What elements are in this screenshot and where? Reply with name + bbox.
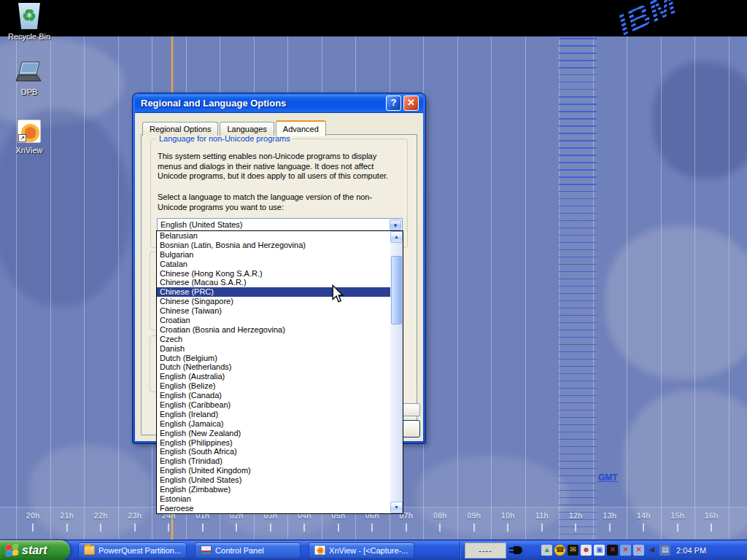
modem-disconnected-icon[interactable]: ✕ — [633, 545, 644, 556]
language-option[interactable]: English (Australia) — [157, 372, 390, 381]
toolbar-separator — [460, 542, 460, 559]
tab[interactable]: Advanced — [276, 120, 326, 136]
tick-mark — [711, 524, 712, 532]
language-option[interactable]: English (South Africa) — [157, 447, 390, 456]
timezone-line — [694, 36, 695, 540]
timezone-line — [84, 36, 85, 540]
window-button-label: XnView - [<Capture-... — [329, 546, 408, 555]
language-option[interactable]: English (United States) — [157, 475, 390, 485]
language-option[interactable]: Chinese (Taiwan) — [157, 306, 390, 316]
hour-label: 04h — [287, 511, 322, 532]
power-plug-icon[interactable] — [514, 546, 522, 554]
language-option[interactable]: Dutch (Belgium) — [157, 354, 390, 363]
language-option[interactable]: Chinese (PRC) — [157, 287, 390, 297]
scroll-down-icon[interactable]: ▼ — [390, 502, 403, 513]
language-option[interactable]: Bulgarian — [157, 250, 390, 260]
language-option[interactable]: English (New Zealand) — [157, 429, 390, 438]
language-option[interactable]: Faeroese — [157, 504, 390, 513]
language-option[interactable]: Croatian — [157, 316, 390, 325]
window-button-label: Control Panel — [215, 546, 264, 555]
scrollbar-thumb[interactable] — [391, 256, 402, 324]
taskbar-window-button[interactable]: XnView - [<Capture-... — [309, 542, 414, 559]
taskbar-window-button[interactable]: Control Panel — [195, 542, 301, 559]
hour-label: 08h — [423, 511, 457, 532]
start-button[interactable]: start — [0, 540, 70, 560]
language-option[interactable]: Chinese (Singapore) — [157, 297, 390, 306]
language-option[interactable]: English (Belize) — [157, 381, 390, 391]
recycle-bin-icon[interactable]: ♻ Recycle Bin — [1, 3, 57, 41]
language-option[interactable]: Chinese (Macau S.A.R.) — [157, 278, 390, 287]
language-option[interactable]: Croatian (Bosnia and Herzegovina) — [157, 325, 390, 335]
tick-mark — [439, 524, 441, 532]
language-option[interactable]: English (Ireland) — [157, 410, 390, 419]
tick-mark — [338, 524, 339, 532]
deskband[interactable]: ---- — [465, 542, 506, 559]
language-option[interactable]: Czech — [157, 335, 390, 344]
language-option[interactable]: Dutch (Netherlands) — [157, 362, 390, 372]
hour-label: 16h — [694, 511, 729, 532]
no-network-icon[interactable]: ✕ — [607, 545, 618, 556]
mouse-cursor — [331, 284, 344, 303]
hour-label: 14h — [627, 511, 661, 532]
volume-icon[interactable]: ◀ — [646, 545, 657, 556]
safely-remove-icon[interactable]: ▲ — [541, 545, 552, 556]
language-option[interactable]: English (Jamaica) — [157, 419, 390, 429]
tab[interactable]: Regional Options — [142, 122, 218, 136]
display-icon[interactable]: ▤ — [659, 545, 670, 556]
tick-mark — [371, 524, 373, 532]
status-users-icon[interactable]: ☻ — [581, 545, 592, 556]
ibm-logo: IBM — [612, 0, 683, 43]
hour-labels: 20h 21h 22h 23h — [16, 511, 729, 532]
hour-label: 01h — [186, 511, 220, 532]
help-button[interactable]: ? — [386, 96, 401, 111]
language-option[interactable]: Danish — [157, 344, 390, 354]
tick-mark — [202, 524, 204, 532]
hour-label: 03h — [254, 511, 288, 532]
hour-label: 09h — [457, 511, 492, 532]
chevron-down-icon[interactable]: ▼ — [390, 219, 401, 230]
hour-label: 23h — [118, 511, 152, 532]
language-option[interactable]: English (Canada) — [157, 391, 390, 400]
timezone-line — [491, 36, 492, 540]
window-buttons: PowerQuest Partition... Control Panel Xn… — [70, 542, 414, 559]
language-option[interactable]: Bosnian (Latin, Bosnia and Herzegovina) — [157, 241, 390, 250]
network-disconnected-icon[interactable]: ✕ — [620, 545, 631, 556]
dialer-icon[interactable]: ☎ — [554, 545, 565, 556]
map-landmass — [653, 62, 747, 179]
language-option[interactable]: Chinese (Hong Kong S.A.R.) — [157, 269, 390, 279]
xnview-icon[interactable]: ↗ XnView — [1, 120, 57, 155]
close-button[interactable]: ✕ — [403, 96, 419, 111]
dpb-icon[interactable]: DPB — [1, 61, 57, 96]
hour-label: 07h — [390, 511, 424, 532]
language-option[interactable]: English (Trinidad) — [157, 456, 390, 466]
taskbar-window-button[interactable]: PowerQuest Partition... — [78, 542, 187, 559]
dialog-titlebar[interactable]: Regional and Language Options ? ✕ — [135, 93, 423, 113]
scroll-up-icon[interactable]: ▲ — [390, 231, 403, 243]
language-option[interactable]: Catalan — [157, 260, 390, 269]
hour-label: 02h — [220, 511, 254, 532]
tick-mark — [134, 524, 136, 532]
tick-mark — [406, 524, 407, 532]
taskbar-clock[interactable]: 2:04 PM — [676, 546, 706, 555]
network-places-icon[interactable]: ▣ — [594, 545, 605, 556]
tab[interactable]: Languages — [220, 122, 274, 136]
language-option[interactable]: Belarusian — [157, 231, 390, 241]
tick-mark — [168, 524, 169, 532]
hour-label: 21h — [50, 511, 85, 532]
xnview-app-icon: ↗ — [18, 120, 41, 143]
tab-strip: Regional Options Languages Advanced — [142, 120, 328, 136]
language-option[interactable]: English (Caribbean) — [157, 400, 390, 410]
list-scrollbar[interactable]: ▲ ▼ — [390, 231, 403, 513]
tick-mark — [303, 524, 305, 532]
language-option[interactable]: English (United Kingdom) — [157, 466, 390, 475]
language-option[interactable]: Estonian — [157, 494, 390, 504]
language-dropdown-list: Belarusian Bosnian (Latin, Bosnia and He… — [156, 230, 403, 514]
hour-label: 12h — [559, 511, 593, 532]
language-option[interactable]: English (Philippines) — [157, 438, 390, 448]
top-banner: IBM — [0, 0, 747, 36]
window-button-label: PowerQuest Partition... — [98, 546, 181, 555]
mail-alert-icon[interactable]: ✉ — [568, 545, 578, 556]
tick-mark — [32, 524, 34, 532]
language-option[interactable]: English (Zimbabwe) — [157, 485, 390, 494]
description-text: This system setting enables non-Unicode … — [158, 152, 401, 182]
